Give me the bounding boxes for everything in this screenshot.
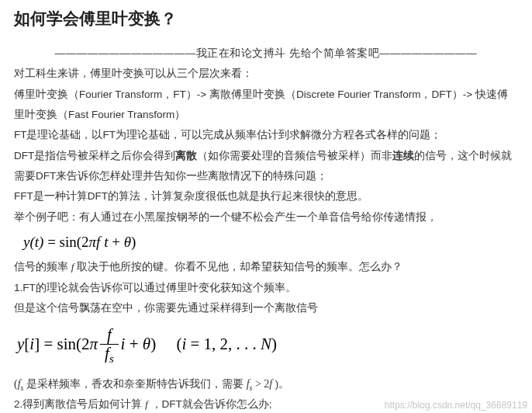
- page-title: 如何学会傅里叶变换？: [0, 0, 532, 43]
- formula-yi: y[i] = sin(2πffsi + θ) (i = 1, 2, . . . …: [14, 318, 518, 373]
- paragraph-8: 1.FT的理论就会告诉你可以通过傅里叶变化获知这个频率。: [14, 278, 518, 298]
- paragraph-3: FT是理论基础，以FT为理论基础，可以完成从频率估计到求解微分方程各式各样的问题…: [14, 125, 518, 145]
- paragraph-6: 举个例子吧：有人通过在小黑屋按钢琴的一个键不松会产生一个单音信号给你传递情报，: [14, 207, 518, 227]
- intro-divider: —————————————我正在和论文搏斗 先给个简单答案吧—————————: [14, 43, 518, 64]
- article-body: —————————————我正在和论文搏斗 先给个简单答案吧————————— …: [0, 43, 532, 413]
- paragraph-9: 但是这个信号飘荡在空中，你需要先通过采样得到一个离散信号: [14, 298, 518, 318]
- paragraph-7: 信号的频率 f 取决于他所按的键。你看不见他，却希望获知信号的频率。怎么办？: [14, 257, 518, 277]
- emphasis-discrete: 离散: [175, 150, 197, 161]
- watermark: https://blog.csdn.net/qq_36689119: [385, 400, 527, 411]
- paragraph-1: 对工科生来讲，傅里叶变换可以从三个层次来看：: [14, 64, 518, 84]
- paragraph-4: DFT是指信号被采样之后你会得到离散（如你需要处理的音频信号被采样）而非连续的信…: [14, 146, 518, 187]
- paragraph-5: FFT是一种计算DFT的算法，计算复杂度很低也就是执行起来很快的意思。: [14, 186, 518, 206]
- paragraph-10: (fs 是采样频率，香农和奈奎斯特告诉我们，需要 fs > 2f )。: [14, 373, 518, 395]
- formula-yt: y(t) = sin(2πf t + θ): [14, 227, 518, 257]
- emphasis-continuous: 连续: [392, 150, 414, 161]
- paragraph-2: 傅里叶变换（Fourier Transform，FT）-> 离散傅里叶变换（Di…: [14, 85, 518, 126]
